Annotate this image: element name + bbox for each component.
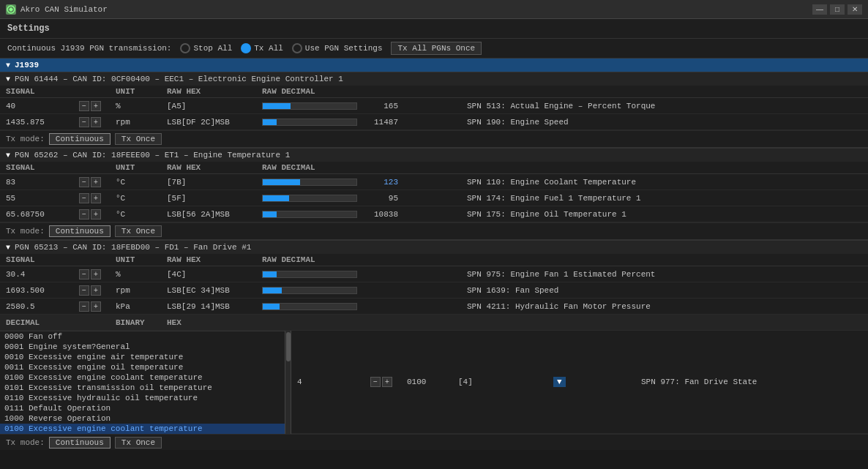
pgn3-continuous-btn[interactable]: Continuous (49, 437, 111, 449)
pgn3-txmode-label: Tx mode: (6, 438, 45, 447)
close-button[interactable]: ✕ (848, 4, 862, 15)
pgn3-r5-plus[interactable]: + (382, 377, 392, 387)
pgn2-header-text: PGN 65262 – CAN ID: 18FEEE00 – ET1 – Eng… (15, 151, 290, 160)
dropdown-scrollbar[interactable] (285, 331, 291, 434)
dropdown-item-5[interactable]: 0101 Excessive transmission oil temperat… (0, 383, 285, 393)
dropdown-arrow-btn[interactable]: ▼ (553, 377, 566, 387)
pgn2-txmode-bar: Tx mode: Continuous Tx Once (0, 222, 868, 240)
pgn2-row-1: 83 − + °C [7B] 123 SPN 110: Engine Coola… (0, 174, 868, 190)
pgn2-r2-rawhex: [5F] (167, 194, 262, 203)
minimize-button[interactable]: — (812, 4, 827, 15)
dropdown-item-4[interactable]: 0100 Excessive engine coolant temperatur… (0, 372, 285, 383)
pgn1-txmode-bar: Tx mode: Continuous Tx Once (0, 130, 868, 148)
pgn3-collapse-icon: ▼ (6, 244, 10, 252)
pgn1-col-rawdec: RAW DECIMAL (262, 87, 467, 96)
pgn3-r5-rawdec: ▼ (553, 377, 641, 387)
pgn1-r1-progress (262, 102, 357, 110)
j1939-section-header[interactable]: ▼ J1939 (0, 59, 868, 72)
pgn1-r1-rawdec: 165 (262, 102, 467, 110)
pgn3-r5-spn: SPN 977: Fan Drive State (641, 378, 862, 386)
dropdown-item-1[interactable]: 0001 Engine system?General (0, 342, 285, 352)
pgn3-r2-minus[interactable]: − (79, 285, 89, 296)
pgn1-r2-decval: 11487 (362, 118, 398, 127)
pgn1-collapse-icon: ▼ (6, 75, 10, 83)
dropdown-item-2[interactable]: 0010 Excessive engine air temperature (0, 352, 285, 362)
pgn2-r3-plus[interactable]: + (91, 209, 101, 220)
pgn2-r1-minus[interactable]: − (79, 177, 89, 187)
fan-state-dropdown[interactable]: 0000 Fan off 0001 Engine system?General … (0, 331, 285, 434)
pgn3-r3-spn: SPN 4211: Hydraulic Fan Motor Pressure (467, 302, 862, 311)
pgn1-r2-rawdec: 11487 (262, 118, 467, 127)
pgn3-r3-btns: − + (79, 301, 116, 312)
pgn1-r2-spn: SPN 190: Engine Speed (467, 118, 862, 127)
pgn3-r2-plus[interactable]: + (91, 285, 101, 296)
pgn1-r2-minus[interactable]: − (79, 117, 89, 127)
pgn1-header[interactable]: ▼ PGN 61444 – CAN ID: 0CF00400 – EEC1 – … (0, 72, 868, 86)
pgn2-r1-decval: 123 (362, 178, 398, 187)
pgn2-r3-unit: °C (116, 210, 167, 219)
pgn2-continuous-btn[interactable]: Continuous (49, 225, 111, 237)
pgn1-row-2: 1435.875 − + rpm LSB[DF 2C]MSB 11487 SPN… (0, 114, 868, 130)
pgn3-col-rawhex: RAW HEX (167, 255, 262, 264)
pgn3-r3-plus[interactable]: + (91, 301, 101, 312)
use-pgn-settings-radio-group[interactable]: Use PGN Settings (292, 43, 383, 53)
pgn1-r1-spn: SPN 513: Actual Engine – Percent Torque (467, 102, 862, 110)
j1939-collapse-icon: ▼ (6, 61, 10, 70)
pgn2-row-3: 65.68750 − + °C LSB[56 2A]MSB 10838 SPN … (0, 206, 868, 222)
pgn1-r1-decval: 165 (362, 102, 398, 110)
stop-all-radio-group[interactable]: Stop All (180, 43, 232, 53)
stop-all-radio[interactable] (180, 43, 190, 53)
pgn2-r3-btns: − + (79, 209, 116, 220)
pgn3-r1-signal: 30.4 (6, 270, 79, 279)
tx-all-radio-group[interactable]: Tx All (241, 43, 283, 53)
tx-all-radio[interactable] (241, 43, 251, 53)
pgn2-r2-plus[interactable]: + (91, 193, 101, 203)
pgn3-r1-minus[interactable]: − (79, 269, 89, 279)
pgn2-txonce-btn[interactable]: Tx Once (115, 225, 162, 237)
dropdown-item-6[interactable]: 0110 Excessive hydraulic oil temperature (0, 393, 285, 403)
pgn1-header-text: PGN 61444 – CAN ID: 0CF00400 – EEC1 – El… (15, 75, 343, 83)
controls-bar: Continuous J1939 PGN transmission: Stop … (0, 39, 868, 59)
pgn3-header[interactable]: ▼ PGN 65213 – CAN ID: 18FEBD00 – FD1 – F… (0, 240, 868, 254)
dropdown-item-7[interactable]: 0111 Default Operation (0, 403, 285, 413)
pgn2-r3-signal: 65.68750 (6, 210, 79, 219)
pgn3-r1-btns: − + (79, 269, 116, 279)
pgn3-r3-minus[interactable]: − (79, 301, 89, 312)
pgn1-txonce-btn[interactable]: Tx Once (115, 133, 162, 145)
pgn1-row-1: 40 − + % [A5] 165 SPN 513: Actual Engine… (0, 98, 868, 114)
pgn3-txmode-bar: Tx mode: Continuous Tx Once (0, 434, 868, 450)
pgn1-continuous-btn[interactable]: Continuous (49, 133, 111, 145)
pgn1-r2-plus[interactable]: + (91, 117, 101, 127)
use-pgn-settings-radio[interactable] (292, 43, 302, 53)
pgn1-r1-unit: % (116, 102, 167, 110)
dropdown-item-8[interactable]: 1000 Reverse Operation (0, 413, 285, 424)
pgn2-r3-minus[interactable]: − (79, 209, 89, 220)
pgn2-r1-progress-fill (263, 179, 300, 185)
pgn3-sub-binary: BINARY (116, 318, 167, 327)
pgn3-row-3: 2580.5 − + kPa LSB[29 14]MSB SPN 4211: H… (0, 299, 868, 315)
dropdown-item-3[interactable]: 0011 Excessive engine oil temperature (0, 362, 285, 372)
pgn1-r1-plus[interactable]: + (91, 101, 101, 111)
pgn3-txonce-btn[interactable]: Tx Once (115, 437, 162, 449)
scrollbar-thumb (286, 332, 291, 361)
dropdown-item-0[interactable]: 0000 Fan off (0, 331, 285, 342)
pgn3-r1-plus[interactable]: + (91, 269, 101, 279)
pgn2-r1-plus[interactable]: + (91, 177, 101, 187)
pgn2-r1-spn: SPN 110: Engine Coolant Temperature (467, 178, 862, 187)
pgn2-header[interactable]: ▼ PGN 65262 – CAN ID: 18FEEE00 – ET1 – E… (0, 148, 868, 162)
pgn3-r5-btns: − + (370, 377, 407, 387)
pgn2-r2-spn: SPN 174: Engine Fuel 1 Temperature 1 (467, 194, 862, 203)
pgn3-r3-signal: 2580.5 (6, 302, 79, 311)
pgn3-r2-progress-fill (263, 288, 282, 293)
pgn3-r5-minus[interactable]: − (370, 377, 381, 387)
maximize-button[interactable]: □ (830, 4, 845, 15)
dropdown-item-9[interactable]: 0100 Excessive engine coolant temperatur… (0, 424, 285, 434)
pgn1-section: ▼ PGN 61444 – CAN ID: 0CF00400 – EEC1 – … (0, 72, 868, 148)
pgn2-r2-progress-fill (263, 195, 289, 201)
tx-all-pgns-once-button[interactable]: Tx All PGNs Once (391, 42, 482, 55)
pgn1-r1-minus[interactable]: − (79, 101, 89, 111)
pgn2-r2-minus[interactable]: − (79, 193, 89, 203)
content-area[interactable]: ▼ J1939 ▼ PGN 61444 – CAN ID: 0CF00400 –… (0, 59, 868, 450)
pgn3-r2-rawdec (262, 287, 467, 294)
pgn3-col-signal: SIGNAL (6, 255, 79, 264)
